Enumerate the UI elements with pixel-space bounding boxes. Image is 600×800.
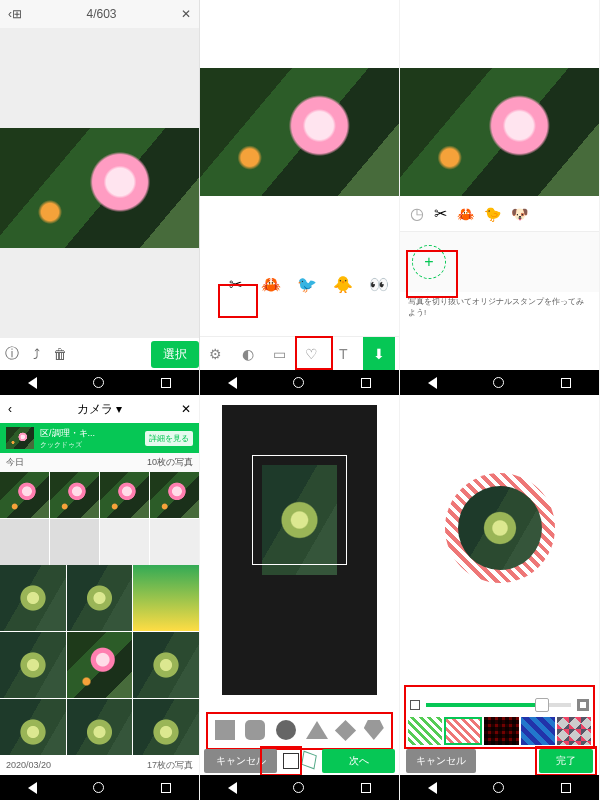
thumb[interactable] bbox=[50, 519, 99, 565]
add-stamp-zone: + bbox=[400, 232, 599, 292]
border-slider[interactable] bbox=[410, 696, 589, 714]
thumb[interactable] bbox=[133, 565, 199, 631]
frame-square-icon[interactable] bbox=[283, 753, 299, 769]
thumb[interactable] bbox=[133, 632, 199, 698]
android-nav bbox=[200, 775, 399, 800]
sticker-1[interactable]: 🦀 bbox=[258, 271, 284, 297]
thumb[interactable] bbox=[0, 519, 49, 565]
nav-home-icon[interactable] bbox=[293, 377, 304, 388]
thumb[interactable] bbox=[0, 472, 49, 518]
pattern-argyle[interactable] bbox=[557, 717, 591, 745]
filter-icon[interactable]: ◐ bbox=[236, 342, 260, 366]
adjust-icon[interactable]: ⚙ bbox=[204, 342, 228, 366]
thumb[interactable] bbox=[150, 472, 199, 518]
android-nav bbox=[0, 370, 199, 395]
nav-recent-icon[interactable] bbox=[361, 783, 371, 793]
pattern-picker bbox=[408, 717, 591, 745]
thumb[interactable] bbox=[0, 632, 66, 698]
thumb[interactable] bbox=[100, 519, 149, 565]
sticker-b[interactable]: 🐤 bbox=[484, 206, 501, 222]
sticker-4[interactable]: 👀 bbox=[366, 271, 392, 297]
promo-banner[interactable]: 区/調理・キ... クックドゥズ 詳細を見る bbox=[0, 423, 199, 453]
crop-button-row: キャンセル 次へ bbox=[200, 747, 399, 775]
banner-detail-button[interactable]: 詳細を見る bbox=[145, 431, 193, 446]
nav-recent-icon[interactable] bbox=[161, 783, 171, 793]
nav-home-icon[interactable] bbox=[93, 377, 104, 388]
back-icon[interactable]: ‹ bbox=[8, 402, 12, 416]
scissors-icon[interactable]: ✂ bbox=[222, 271, 248, 297]
nav-home-icon[interactable] bbox=[93, 782, 104, 793]
shape-circle[interactable] bbox=[276, 720, 296, 740]
info-icon[interactable]: ⓘ bbox=[0, 345, 24, 363]
gallery-title[interactable]: カメラ ▾ bbox=[77, 401, 122, 418]
pattern-plaid[interactable] bbox=[484, 717, 518, 745]
nav-recent-icon[interactable] bbox=[161, 378, 171, 388]
crop-canvas[interactable] bbox=[222, 405, 377, 695]
nav-back-icon[interactable] bbox=[428, 377, 437, 389]
heart-icon[interactable]: ♡ bbox=[299, 342, 323, 366]
slider-knob[interactable] bbox=[535, 698, 549, 712]
sticker-2[interactable]: 🐦 bbox=[294, 271, 320, 297]
scissors-icon[interactable]: ✂ bbox=[434, 204, 447, 223]
edit-image[interactable] bbox=[200, 68, 399, 196]
thumb[interactable] bbox=[50, 472, 99, 518]
cancel-button[interactable]: キャンセル bbox=[204, 749, 277, 773]
nav-recent-icon[interactable] bbox=[561, 783, 571, 793]
download-icon[interactable]: ⬇ bbox=[363, 337, 395, 371]
text-icon[interactable]: T bbox=[331, 342, 355, 366]
nav-home-icon[interactable] bbox=[493, 377, 504, 388]
pattern-blue[interactable] bbox=[521, 717, 555, 745]
stamp-image[interactable] bbox=[400, 68, 599, 196]
section-label: 今日 bbox=[6, 456, 24, 469]
crop-frame[interactable] bbox=[252, 455, 347, 565]
pattern-red-stripe[interactable] bbox=[444, 717, 482, 745]
thumb[interactable] bbox=[67, 565, 133, 631]
nav-back-icon[interactable] bbox=[428, 782, 437, 794]
trash-icon[interactable]: 🗑 bbox=[48, 346, 72, 362]
nav-home-icon[interactable] bbox=[493, 782, 504, 793]
thumb[interactable] bbox=[100, 472, 149, 518]
done-button[interactable]: 完了 bbox=[539, 749, 593, 773]
shape-triangle[interactable] bbox=[306, 721, 328, 739]
shape-square[interactable] bbox=[215, 720, 235, 740]
border-toggle-icon[interactable] bbox=[410, 700, 420, 710]
sticker-3[interactable]: 🐥 bbox=[330, 271, 356, 297]
thumb[interactable] bbox=[67, 632, 133, 698]
nav-back-icon[interactable] bbox=[28, 782, 37, 794]
nav-home-icon[interactable] bbox=[293, 782, 304, 793]
sticker-a[interactable]: 🦀 bbox=[457, 206, 474, 222]
pattern-green-stripe[interactable] bbox=[408, 717, 442, 745]
nav-back-icon[interactable] bbox=[228, 782, 237, 794]
back-icon[interactable]: ‹⊞ bbox=[8, 7, 22, 21]
photo-preview[interactable] bbox=[0, 128, 200, 248]
result-preview[interactable] bbox=[445, 473, 555, 583]
add-stamp-button[interactable]: + bbox=[412, 245, 446, 279]
nav-recent-icon[interactable] bbox=[361, 378, 371, 388]
border-button-row: キャンセル 完了 bbox=[400, 747, 599, 775]
android-nav bbox=[400, 775, 599, 800]
thumb[interactable] bbox=[0, 565, 66, 631]
close-icon[interactable] bbox=[181, 7, 191, 21]
thumb[interactable] bbox=[150, 519, 199, 565]
thumb-grid-today bbox=[0, 472, 199, 565]
viewer-panel: ‹⊞ 4/603 ⓘ ⤴ 🗑 選択 bbox=[0, 0, 200, 395]
shape-rounded[interactable] bbox=[245, 720, 265, 740]
next-button[interactable]: 次へ bbox=[322, 749, 395, 773]
share-icon[interactable]: ⤴ bbox=[24, 346, 48, 362]
nav-back-icon[interactable] bbox=[228, 377, 237, 389]
close-icon[interactable] bbox=[181, 402, 191, 416]
section-today: 今日 10枚の写真 bbox=[0, 453, 199, 472]
crop-icon[interactable]: ▭ bbox=[268, 342, 292, 366]
viewer-topbar: ‹⊞ 4/603 bbox=[0, 0, 199, 28]
shape-gem[interactable] bbox=[364, 720, 384, 740]
shape-diamond[interactable] bbox=[335, 719, 356, 740]
sticker-c[interactable]: 🐶 bbox=[511, 206, 528, 222]
slider-track[interactable] bbox=[426, 703, 571, 707]
nav-recent-icon[interactable] bbox=[561, 378, 571, 388]
nav-back-icon[interactable] bbox=[28, 377, 37, 389]
stamp-row: ✂ 🦀 🐦 🐥 👀 bbox=[200, 196, 399, 284]
select-button[interactable]: 選択 bbox=[151, 341, 199, 368]
frame-free-icon[interactable] bbox=[301, 751, 317, 770]
history-icon[interactable]: ◷ bbox=[410, 204, 424, 223]
cancel-button[interactable]: キャンセル bbox=[406, 749, 476, 773]
